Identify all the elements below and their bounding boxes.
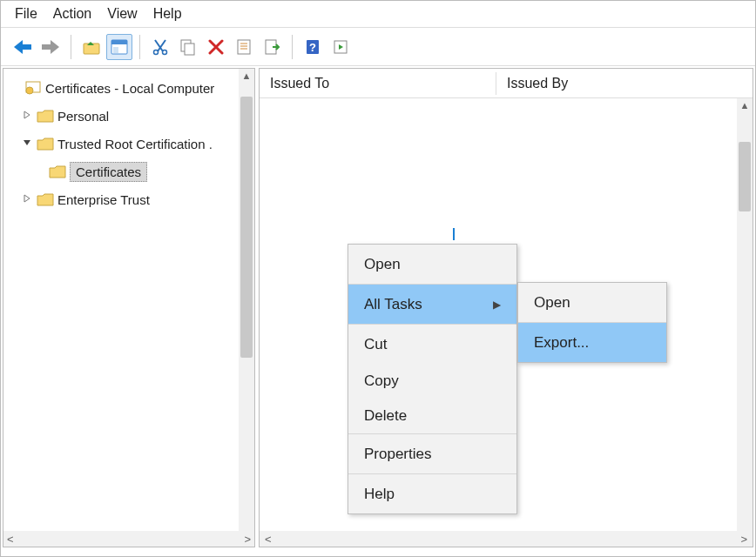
- submenu-item-open-label: Open: [534, 294, 570, 312]
- menu-item-properties[interactable]: Properties: [348, 434, 516, 473]
- help-button[interactable]: ?: [300, 34, 326, 60]
- menu-item-properties-label: Properties: [364, 446, 431, 463]
- folder-icon: [37, 193, 54, 206]
- menu-item-all-tasks-label: All Tasks: [364, 296, 422, 313]
- submenu-item-export-label: Export...: [534, 334, 589, 352]
- tree-pane: Certificates - Local Computer Personal T: [3, 68, 255, 547]
- delete-button[interactable]: [203, 34, 229, 60]
- svg-point-4: [154, 50, 159, 54]
- expand-icon[interactable]: [21, 110, 33, 122]
- menu-item-open-label: Open: [364, 256, 401, 273]
- toolbar-separator: [292, 35, 293, 59]
- menu-item-open[interactable]: Open: [348, 245, 516, 284]
- svg-point-17: [26, 87, 33, 94]
- collapse-icon[interactable]: [21, 138, 33, 150]
- tree-scroll-horizontal[interactable]: < >: [3, 531, 239, 547]
- svg-rect-7: [185, 44, 194, 55]
- menu-help[interactable]: Help: [153, 6, 182, 22]
- forward-button[interactable]: [37, 34, 64, 60]
- scroll-up-icon[interactable]: ▲: [242, 70, 252, 81]
- context-menu: Open All Tasks ▶ Cut Copy Delete Propert…: [348, 244, 517, 514]
- tree-node-personal[interactable]: Personal: [5, 102, 237, 130]
- folder-icon: [49, 165, 66, 178]
- tree-certificates-label: Certificates: [70, 162, 147, 182]
- tree-enterprise-label: Enterprise Trust: [57, 192, 150, 207]
- menu-item-help[interactable]: Help: [348, 474, 516, 513]
- menu-item-cut-label: Cut: [364, 336, 387, 353]
- list-header: Issued To Issued By: [260, 69, 753, 98]
- scroll-thumb[interactable]: [240, 97, 253, 358]
- submenu-arrow-icon: ▶: [493, 299, 501, 311]
- certificate-store-icon: [24, 79, 42, 97]
- tree-root-certificates[interactable]: Certificates - Local Computer: [5, 74, 237, 102]
- scroll-thumb[interactable]: [739, 142, 751, 211]
- menu-item-help-label: Help: [364, 486, 395, 503]
- up-folder-button[interactable]: [78, 34, 105, 60]
- svg-rect-8: [238, 40, 250, 54]
- menu-item-all-tasks[interactable]: All Tasks ▶: [348, 285, 516, 324]
- back-button[interactable]: [10, 34, 36, 60]
- properties-button[interactable]: [231, 34, 257, 60]
- export-list-button[interactable]: [259, 34, 285, 60]
- tree-root-label: Certificates - Local Computer: [45, 81, 214, 96]
- toolbar: ?: [1, 28, 755, 66]
- list-scroll-horizontal[interactable]: < >: [260, 531, 753, 547]
- menu-item-copy[interactable]: Copy: [348, 364, 516, 399]
- expand-icon[interactable]: [21, 193, 33, 205]
- all-tasks-submenu: Open Export...: [517, 282, 667, 363]
- scroll-up-icon[interactable]: ▲: [740, 100, 750, 111]
- tree-node-enterprise[interactable]: Enterprise Trust: [5, 185, 237, 213]
- folder-icon: [37, 138, 54, 151]
- menu-bar: File Action View Help: [1, 1, 755, 28]
- scroll-left-icon[interactable]: <: [7, 533, 14, 546]
- svg-rect-2: [111, 40, 127, 44]
- submenu-item-export[interactable]: Export...: [518, 323, 666, 362]
- folder-icon: [37, 110, 54, 123]
- menu-item-delete-label: Delete: [364, 407, 407, 425]
- refresh-button[interactable]: [327, 34, 354, 60]
- menu-view[interactable]: View: [107, 6, 137, 22]
- menu-item-delete[interactable]: Delete: [348, 399, 516, 433]
- tree-body: Certificates - Local Computer Personal T: [3, 69, 239, 547]
- column-issued-to[interactable]: Issued To: [260, 72, 496, 95]
- column-issued-by[interactable]: Issued By: [496, 72, 578, 95]
- list-scroll-vertical[interactable]: ▲: [737, 98, 753, 531]
- menu-action[interactable]: Action: [53, 6, 91, 22]
- scroll-left-icon[interactable]: <: [265, 533, 272, 546]
- selection-indicator: [453, 228, 455, 240]
- scroll-right-icon[interactable]: >: [740, 533, 747, 546]
- toolbar-separator: [139, 35, 140, 59]
- toolbar-separator: [71, 35, 71, 59]
- svg-rect-3: [113, 47, 118, 53]
- cut-button[interactable]: [147, 34, 173, 60]
- tree-node-trusted-root[interactable]: Trusted Root Certification .: [5, 130, 237, 158]
- submenu-item-open[interactable]: Open: [518, 283, 666, 322]
- show-console-tree-button[interactable]: [106, 34, 132, 60]
- menu-file[interactable]: File: [15, 6, 37, 22]
- svg-point-5: [163, 50, 167, 54]
- menu-item-cut[interactable]: Cut: [348, 325, 516, 364]
- copy-button[interactable]: [175, 34, 201, 60]
- svg-text:?: ?: [309, 41, 316, 54]
- tree-scroll-vertical[interactable]: ▲: [239, 69, 254, 547]
- tree-personal-label: Personal: [57, 109, 109, 124]
- tree-trusted-root-label: Trusted Root Certification .: [57, 137, 213, 151]
- tree-node-certificates[interactable]: Certificates: [5, 158, 237, 185]
- menu-item-copy-label: Copy: [364, 372, 399, 390]
